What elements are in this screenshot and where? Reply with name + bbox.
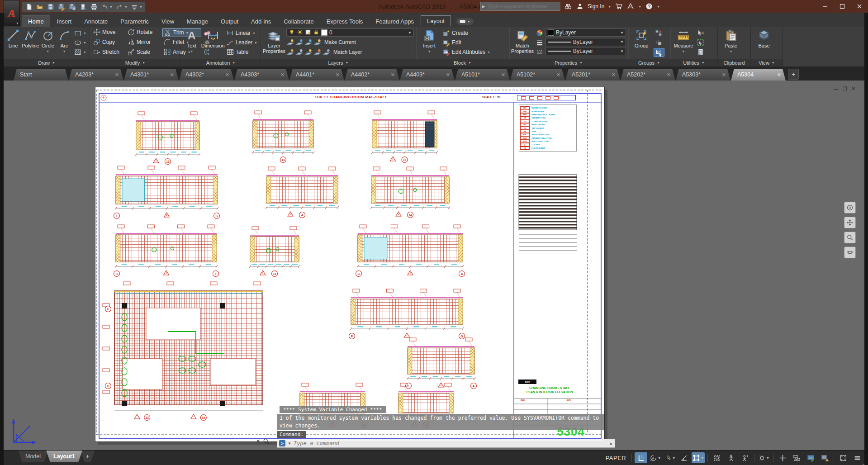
store-cart-icon[interactable] xyxy=(615,2,623,10)
close-icon[interactable]: ✕ xyxy=(256,438,260,444)
file-tab-start[interactable]: Start xyxy=(14,69,68,81)
layer-on-icon[interactable] xyxy=(289,29,295,37)
layout1-tab[interactable]: Layout1 xyxy=(46,451,82,462)
panel-label-layers[interactable]: Layers▼ xyxy=(261,59,416,66)
ribbon-tab-parametric[interactable]: Parametric xyxy=(114,15,155,27)
layer-tool-icon[interactable] xyxy=(295,38,303,46)
scale-button[interactable]: Scale xyxy=(126,48,162,56)
arc-button[interactable]: Arc▼ xyxy=(57,28,72,58)
caret-down-icon[interactable]: ▼ xyxy=(124,5,128,9)
drawing-area[interactable]: — ❐ ✕ 131313FGA14GF13GAFGFA131414FG1314 … xyxy=(0,81,868,450)
orbit-icon[interactable] xyxy=(844,247,856,258)
zoom-icon[interactable] xyxy=(844,232,856,243)
isodraft-icon[interactable] xyxy=(678,452,690,463)
rotate-button[interactable]: Rotate xyxy=(126,28,162,36)
binoculars-search-icon[interactable] xyxy=(564,2,572,10)
gizmo-icon[interactable] xyxy=(739,452,751,463)
file-tab-a4303[interactable]: A4303*✕ xyxy=(234,69,289,81)
search-box[interactable]: ▶ xyxy=(480,2,560,11)
paper-space-toggle[interactable]: PAPER xyxy=(606,455,626,461)
color-wheel-button[interactable] xyxy=(535,29,545,37)
select-similar-button[interactable] xyxy=(696,38,706,47)
sign-in-caret-icon[interactable]: ▼ xyxy=(608,5,611,8)
layer-combo[interactable]: 0▼ xyxy=(286,28,414,37)
file-tab-a4403[interactable]: A4403*✕ xyxy=(400,69,455,81)
polar-tracking-icon[interactable]: ▼ xyxy=(663,452,676,463)
close-tab-icon[interactable]: ✕ xyxy=(556,72,560,78)
close-tab-icon[interactable]: ✕ xyxy=(391,72,395,78)
file-tab-a5102[interactable]: A5102*✕ xyxy=(510,69,565,81)
leader-button[interactable]: Leader▼ xyxy=(225,38,259,47)
selection-cycling-icon[interactable] xyxy=(711,452,723,463)
panel-label-annotation[interactable]: Annotation▼ xyxy=(181,59,261,66)
linear-button[interactable]: Linear▼ xyxy=(225,29,259,37)
dimension-button[interactable]: Dimension xyxy=(202,28,224,58)
ribbon-tab-insert[interactable]: Insert xyxy=(51,15,78,27)
insert-button[interactable]: Insert▼ xyxy=(418,28,441,58)
measure-button[interactable]: Measure▼ xyxy=(672,28,695,58)
graphics-performance-icon[interactable] xyxy=(804,452,817,463)
table-button[interactable]: Table xyxy=(225,48,259,56)
search-input[interactable] xyxy=(486,3,559,9)
qundo-icon[interactable] xyxy=(101,3,109,11)
close-tab-icon[interactable]: ✕ xyxy=(225,72,229,78)
close-button[interactable] xyxy=(851,0,868,13)
doc-close-icon[interactable]: ✕ xyxy=(851,86,855,92)
polyline-button[interactable]: Polyline xyxy=(22,28,39,58)
ribbon-tab-add-ins[interactable]: Add-ins xyxy=(245,15,277,27)
snap-mode-icon[interactable]: ▼ xyxy=(649,452,662,463)
close-tab-icon[interactable]: ✕ xyxy=(446,72,450,78)
layer-tool-icon[interactable] xyxy=(323,48,330,56)
caret-down-icon[interactable]: ▼ xyxy=(701,456,704,460)
quick-calculator-button[interactable] xyxy=(696,48,706,56)
model-tab[interactable]: Model xyxy=(18,451,48,462)
new-drawing-tab-button[interactable]: + xyxy=(788,69,799,80)
quick-properties-icon[interactable] xyxy=(790,452,803,463)
paper-sheet[interactable]: 131313FGA14GF13GAFGFA131414FG1314 TOILET… xyxy=(95,87,605,442)
layer-lock-icon[interactable] xyxy=(313,29,319,37)
ribbon-tab-layout[interactable]: Layout xyxy=(421,15,451,26)
layer-tool-icon[interactable] xyxy=(304,48,312,56)
recent-commands-caret-icon[interactable]: ▼ xyxy=(288,441,291,446)
circle-button[interactable]: Circle▼ xyxy=(40,28,56,58)
layer-tool-icon[interactable] xyxy=(313,38,321,46)
caret-down-icon[interactable]: ▼ xyxy=(658,456,661,460)
ribbon-display-toggle[interactable]: ▼ xyxy=(456,18,474,25)
ungroup-button[interactable] xyxy=(654,29,664,37)
doc-minimize-icon[interactable]: — xyxy=(834,86,839,92)
ribbon-tab-annotate[interactable]: Annotate xyxy=(78,15,114,27)
close-tab-icon[interactable]: ✕ xyxy=(336,72,340,78)
sign-in-button[interactable]: Sign In xyxy=(588,3,604,9)
close-tab-icon[interactable]: ✕ xyxy=(777,72,781,78)
caret-down-icon[interactable]: ▼ xyxy=(766,456,769,460)
layer-tool-icon[interactable] xyxy=(313,48,321,56)
application-menu-button[interactable]: A ▼ xyxy=(4,0,20,26)
quick-select-button[interactable] xyxy=(696,29,706,37)
caret-down-icon[interactable]: ▼ xyxy=(408,31,412,35)
caret-down-icon[interactable]: ▼ xyxy=(620,40,624,44)
base-button[interactable]: Base xyxy=(753,28,775,58)
layer-tool-icon[interactable] xyxy=(286,38,294,46)
panel-label-modify[interactable]: Modify▼ xyxy=(90,59,180,66)
annotation-monitor-icon[interactable] xyxy=(818,452,831,463)
qplot-icon[interactable] xyxy=(68,3,76,11)
new-layout-button[interactable]: + xyxy=(81,451,95,462)
group-edit-button[interactable] xyxy=(654,38,664,47)
close-tab-icon[interactable]: ✕ xyxy=(115,72,119,78)
layer-tool-icon[interactable] xyxy=(286,48,294,56)
ribbon-tab-home[interactable]: Home xyxy=(22,15,50,27)
panel-label-view[interactable]: View▼ xyxy=(751,59,783,66)
qmenu-icon[interactable] xyxy=(131,3,138,11)
file-tab-a5201[interactable]: A5201*✕ xyxy=(565,69,620,81)
hatch-button[interactable]: ▼ xyxy=(73,48,88,56)
help-caret-icon[interactable]: ▼ xyxy=(657,5,660,8)
ribbon-tab-featured-apps[interactable]: Featured Apps xyxy=(370,15,420,27)
crosshair-icon[interactable] xyxy=(776,452,789,463)
qsaveas-icon[interactable] xyxy=(57,3,65,11)
app-caret-icon[interactable]: ▼ xyxy=(638,5,641,8)
pan-icon[interactable] xyxy=(844,217,856,228)
annotation-tools-icon[interactable]: ▼ xyxy=(757,452,770,463)
copy-button[interactable]: Copy xyxy=(92,38,126,46)
qsave-icon[interactable] xyxy=(47,3,54,11)
osnap-3d-icon[interactable] xyxy=(725,452,737,463)
